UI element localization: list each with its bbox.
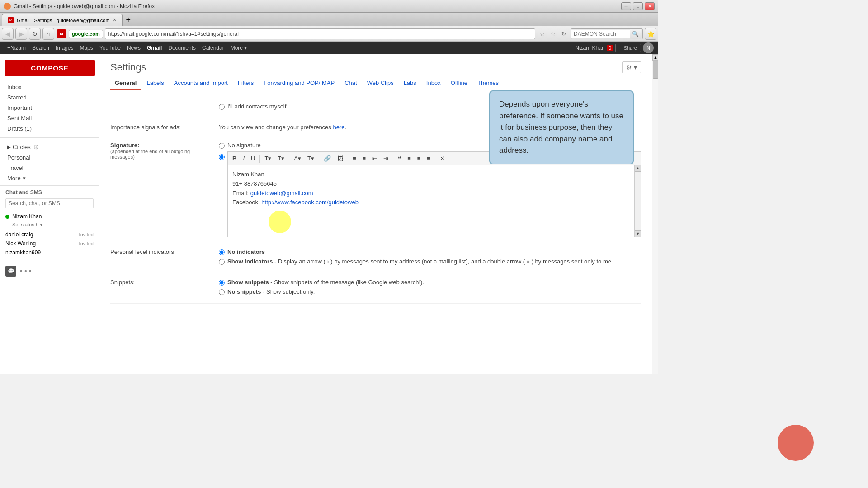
tab-general[interactable]: General [110, 77, 141, 90]
add-contacts-radio[interactable] [219, 104, 225, 110]
sidebar-item-travel[interactable]: Travel [0, 163, 99, 173]
nav-item-youtube[interactable]: YouTube [97, 42, 123, 54]
sidebar-item-sent[interactable]: Sent Mail [0, 113, 99, 123]
back-button[interactable]: ◀ [2, 28, 14, 40]
image-button[interactable]: 🖼 [335, 154, 346, 163]
minimize-button[interactable]: ─ [621, 2, 631, 10]
nav-item-gmail[interactable]: Gmail [144, 42, 165, 54]
link-button[interactable]: 🔗 [321, 154, 334, 163]
clear-formatting-button[interactable]: ✕ [437, 154, 448, 163]
nav-item-calendar[interactable]: Calendar [199, 42, 227, 54]
tab-labs[interactable]: Labs [399, 77, 421, 90]
tab-chat[interactable]: Chat [340, 77, 361, 90]
bookmark-star-icon[interactable]: ☆ [537, 29, 547, 39]
align-left-button[interactable]: ≡ [405, 154, 414, 163]
maximize-button[interactable]: □ [633, 2, 643, 10]
tab-themes[interactable]: Themes [473, 77, 503, 90]
new-tab-button[interactable]: + [123, 14, 135, 26]
tab-labels[interactable]: Labels [142, 77, 168, 90]
chat-search-input[interactable] [5, 198, 94, 208]
share-button[interactable]: + Share [615, 44, 641, 52]
sidebar-item-personal[interactable]: Personal [0, 152, 99, 163]
nav-item-search[interactable]: Search [29, 42, 52, 54]
browser-search-go-icon[interactable]: 🔍 [630, 28, 641, 39]
bookmark-star2-icon[interactable]: ☆ [548, 29, 558, 39]
tab-filters[interactable]: Filters [233, 77, 258, 90]
scroll-down-button[interactable]: ▼ [635, 230, 641, 237]
ul-button[interactable]: ≡ [360, 154, 369, 163]
chat-user-nizam[interactable]: Nizam Khan [5, 212, 94, 221]
tab-accounts[interactable]: Accounts and Import [170, 77, 232, 90]
sidebar-more-button[interactable]: More ▾ [0, 173, 99, 183]
nav-item-documents[interactable]: Documents [165, 42, 198, 54]
email-link[interactable]: guidetoweb@gmail.com [250, 190, 313, 197]
chat-contact-daniel[interactable]: daniel craig Invited [5, 230, 94, 239]
sidebar-item-inbox[interactable]: Inbox [0, 82, 99, 92]
sidebar-item-circles[interactable]: ▶ Circles ⊕ [0, 141, 99, 152]
nav-item-images[interactable]: Images [53, 42, 76, 54]
settings-gear-button[interactable]: ⚙ ▾ [622, 61, 641, 73]
quote-button[interactable]: ❝ [395, 154, 404, 163]
show-indicators-radio[interactable] [219, 259, 225, 265]
sidebar-item-important[interactable]: Important [0, 103, 99, 113]
close-tab-icon[interactable]: ✕ [113, 17, 117, 23]
nav-item-more[interactable]: More ▾ [228, 42, 250, 54]
tab-inbox[interactable]: Inbox [422, 77, 445, 90]
url-actions: ☆ ☆ ↻ [537, 29, 569, 39]
bg-color-button[interactable]: T▾ [305, 154, 317, 163]
chat-contact-nizamkhan[interactable]: nizamkhan909 [5, 248, 94, 257]
tab-webclips[interactable]: Web Clips [363, 77, 398, 90]
importance-here-link[interactable]: here [333, 124, 344, 131]
nav-item-news[interactable]: News [124, 42, 143, 54]
status-text: Set status h [12, 222, 38, 227]
underline-button[interactable]: U [248, 154, 258, 163]
url-bar[interactable] [105, 28, 535, 39]
no-snippets-radio[interactable] [219, 289, 225, 295]
sidebar-item-drafts[interactable]: Drafts (1) [0, 123, 99, 134]
chat-bottom-icon[interactable]: 💬 [5, 266, 16, 277]
compose-button[interactable]: COMPOSE [5, 60, 95, 76]
font-size-button[interactable]: T▾ [275, 154, 287, 163]
url-input[interactable] [108, 31, 532, 37]
nav-item-maps[interactable]: Maps [77, 42, 95, 54]
no-indicators-text: No indicators [227, 249, 265, 255]
font-button[interactable]: T▾ [262, 154, 274, 163]
sidebar-item-starred[interactable]: Starred [0, 92, 99, 103]
no-indicators-radio[interactable] [219, 249, 225, 255]
show-indicators-desc: - Display an arrow ( › ) by messages sen… [274, 258, 613, 265]
scroll-thumb[interactable] [653, 61, 658, 79]
forward-button[interactable]: ▶ [15, 28, 27, 40]
italic-button[interactable]: I [240, 154, 247, 163]
toolbar-sep-1 [259, 155, 260, 163]
nick-name: Nick Werling [5, 240, 36, 247]
ol-button[interactable]: ≡ [350, 154, 359, 163]
browser-search-input[interactable] [571, 30, 630, 38]
more-options-icon[interactable]: • • • [20, 267, 32, 275]
user-avatar[interactable]: N [643, 42, 654, 53]
outdent-button[interactable]: ⇥ [381, 154, 391, 163]
reload-button[interactable]: ↻ [29, 28, 41, 40]
close-button[interactable]: ✕ [645, 2, 655, 10]
home-button[interactable]: ⌂ [42, 28, 54, 40]
show-snippets-radio[interactable] [219, 280, 225, 286]
indent-button[interactable]: ⇤ [369, 154, 380, 163]
chat-contact-nick[interactable]: Nick Werling Invited [5, 239, 94, 248]
bold-button[interactable]: B [230, 154, 239, 163]
nav-item-nizam[interactable]: +Nizam [5, 42, 28, 54]
more-label: More [7, 175, 21, 182]
no-signature-radio[interactable] [219, 143, 225, 149]
refresh-small-icon[interactable]: ↻ [559, 29, 569, 39]
main-scroll-up[interactable]: ▲ [652, 54, 658, 61]
active-tab[interactable]: M Gmail - Settings - guidetoweb@gmail.co… [2, 14, 123, 26]
custom-signature-radio[interactable] [219, 154, 225, 160]
align-right-button[interactable]: ≡ [424, 154, 433, 163]
signature-editor[interactable]: Nizam Khan 91+ 8878765645 Email: guideto… [227, 165, 641, 237]
bookmarks-button[interactable]: ⭐ [645, 28, 656, 40]
text-color-button[interactable]: A▾ [291, 154, 304, 163]
email-prefix: Email: [232, 190, 250, 197]
tab-offline[interactable]: Offline [446, 77, 472, 90]
facebook-link[interactable]: http://www.facebook.com/guidetoweb [261, 199, 359, 206]
align-center-button[interactable]: ≡ [415, 154, 424, 163]
tab-forwarding[interactable]: Forwarding and POP/IMAP [259, 77, 339, 90]
scroll-up-button[interactable]: ▲ [635, 165, 641, 172]
